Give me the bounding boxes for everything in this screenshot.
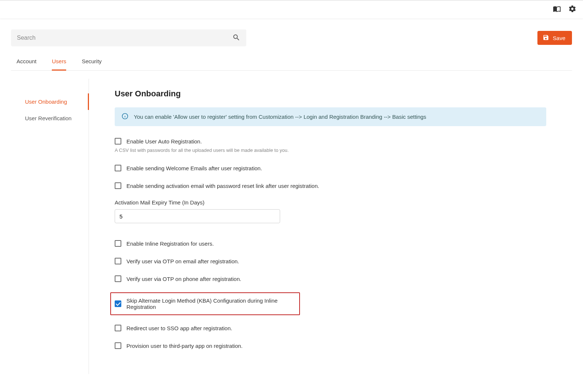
check-redirect-sso: Redirect user to SSO app after registrat… [115,324,546,332]
tab-security[interactable]: Security [82,54,101,70]
check-welcome-emails: Enable sending Welcome Emails after user… [115,164,546,172]
auto-registration-hint: A CSV list with passwords for all the up… [115,147,546,153]
check-otp-phone: Verify user via OTP on phone after regis… [115,275,546,283]
info-icon [121,113,129,121]
check-auto-registration: Enable User Auto Registration. [115,137,546,145]
sidebar-item-user-reverification[interactable]: User Reverification [11,110,89,126]
gear-icon[interactable] [568,5,576,14]
book-icon[interactable] [553,5,561,14]
main-panel: User Onboarding You can enable 'Allow us… [89,79,572,374]
check-inline-registration: Enable Inline Registration for users. [115,239,546,247]
checkbox-label: Enable sending Welcome Emails after user… [126,165,262,171]
save-icon [543,34,549,42]
save-button-label: Save [553,35,565,41]
page-title: User Onboarding [115,89,546,99]
checkbox-auto-registration[interactable] [115,138,121,145]
checkbox-label: Provision user to third-party app on reg… [126,343,243,349]
check-activation-email: Enable sending activation email with pas… [115,182,546,190]
top-bar [0,0,583,18]
checkbox-label: Redirect user to SSO app after registrat… [126,325,232,331]
info-banner: You can enable 'Allow user to register' … [115,107,546,126]
sidebar-item-user-onboarding[interactable]: User Onboarding [11,93,89,110]
tab-users[interactable]: Users [52,54,66,71]
search-icon[interactable] [232,33,240,43]
info-text: You can enable 'Allow user to register' … [134,114,426,120]
content-wrap: Save Account Users Security User Onboard… [0,18,583,374]
checkbox-provision-thirdparty[interactable] [115,342,121,349]
check-skip-kba: Skip Alternate Login Method (KBA) Config… [110,292,300,315]
checkbox-activation-email[interactable] [115,182,121,189]
side-nav: User Onboarding User Reverification [11,79,89,374]
check-otp-email: Verify user via OTP on email after regis… [115,257,546,265]
checkbox-label: Enable sending activation email with pas… [126,183,319,189]
checkbox-label: Enable User Auto Registration. [126,138,202,145]
checkbox-label: Skip Alternate Login Method (KBA) Config… [126,297,296,310]
body-row: User Onboarding User Reverification User… [11,79,572,374]
checkbox-label: Verify user via OTP on email after regis… [126,258,239,264]
checkbox-label: Verify user via OTP on phone after regis… [126,276,241,282]
tab-account[interactable]: Account [17,54,36,70]
check-provision-thirdparty: Provision user to third-party app on reg… [115,342,546,350]
expiry-input[interactable] [115,209,280,223]
search-box [11,29,246,46]
checkbox-label: Enable Inline Registration for users. [126,240,214,247]
tabs: Account Users Security [11,54,572,71]
checkbox-inline-registration[interactable] [115,240,121,247]
checkbox-otp-email[interactable] [115,258,121,264]
toolbar-row: Save [11,29,572,46]
checkbox-skip-kba[interactable] [115,300,121,307]
search-input[interactable] [17,35,232,41]
checkbox-redirect-sso[interactable] [115,325,121,331]
expiry-label: Activation Mail Expiry Time (In Days) [115,199,546,206]
checkbox-welcome-emails[interactable] [115,165,121,171]
checkbox-otp-phone[interactable] [115,275,121,282]
save-button[interactable]: Save [537,31,572,45]
